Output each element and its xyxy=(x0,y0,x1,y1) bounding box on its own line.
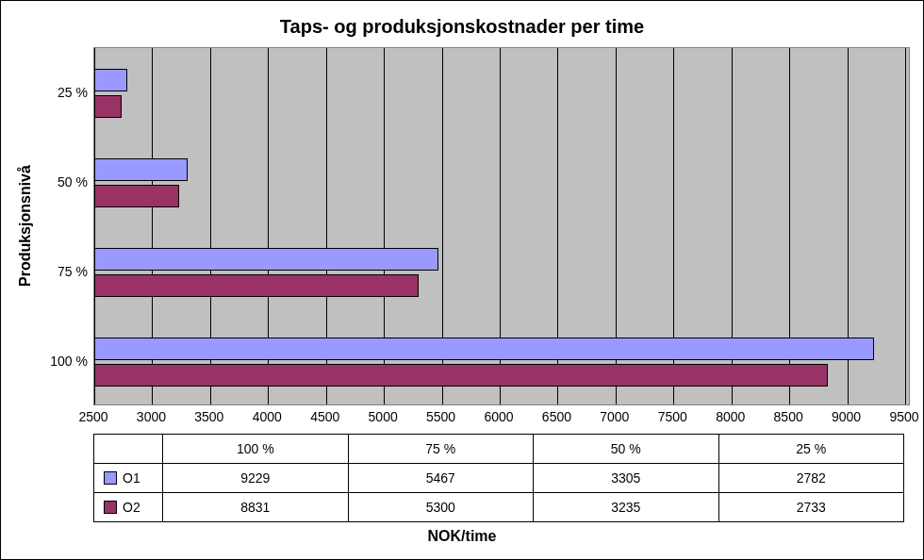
x-axis-ticks: 2500300035004000450050005500600065007000… xyxy=(93,405,904,426)
legend-entry-o1: O1 xyxy=(94,464,163,493)
series-name: O1 xyxy=(123,470,140,486)
y-axis-label: Produksjonsnivå xyxy=(14,47,37,405)
chart-title: Taps- og produksjonskostnader per time xyxy=(14,16,910,38)
swatch-o2-icon xyxy=(104,501,117,514)
table-col-header: 25 % xyxy=(718,435,904,464)
x-tick-label: 2500 xyxy=(78,409,107,424)
y-category-label: 100 % xyxy=(50,354,88,369)
bar-o1 xyxy=(94,338,874,360)
bar-o1 xyxy=(94,69,127,91)
x-tick-label: 7000 xyxy=(600,409,629,424)
y-category-label: 75 % xyxy=(58,264,88,279)
x-tick-label: 4500 xyxy=(310,409,339,424)
table-row: O2 8831 5300 3235 2733 xyxy=(94,493,904,522)
table-col-header: 50 % xyxy=(534,435,719,464)
swatch-o1-icon xyxy=(104,471,117,485)
plot-area xyxy=(93,47,910,405)
table-col-header: 100 % xyxy=(163,435,349,464)
table-corner-cell xyxy=(94,435,163,464)
x-tick-label: 9500 xyxy=(889,409,918,424)
chart-container: Taps- og produksjonskostnader per time P… xyxy=(0,0,924,560)
table-cell: 2733 xyxy=(718,493,904,522)
x-tick-label: 6000 xyxy=(484,409,513,424)
x-tick-label: 4000 xyxy=(253,409,282,424)
bar-o1 xyxy=(94,248,438,271)
x-tick-label: 8500 xyxy=(774,409,803,424)
x-tick-label: 3000 xyxy=(137,409,166,424)
series-name: O2 xyxy=(123,500,140,515)
bar-o2 xyxy=(94,185,179,207)
table-col-header: 75 % xyxy=(348,435,534,464)
x-tick-label: 8000 xyxy=(716,409,745,424)
bar-o2 xyxy=(94,364,828,387)
table-header-row: 100 % 75 % 50 % 25 % xyxy=(94,435,904,464)
table-cell: 5300 xyxy=(348,493,534,522)
x-tick-label: 7500 xyxy=(658,409,687,424)
table-cell: 5467 xyxy=(348,464,534,493)
y-axis-categories: 25 %50 %75 %100 % xyxy=(37,47,93,405)
bar-o2 xyxy=(94,95,122,118)
table-cell: 9229 xyxy=(163,464,349,493)
x-tick-label: 9000 xyxy=(832,409,861,424)
chart-body: Produksjonsnivå 25 %50 %75 %100 % xyxy=(14,47,910,405)
x-axis-label: NOK/time xyxy=(14,528,910,545)
legend-entry-o2: O2 xyxy=(94,493,163,522)
bar-o1 xyxy=(94,158,188,181)
x-tick-label: 5000 xyxy=(369,409,398,424)
x-tick-label: 5500 xyxy=(426,409,455,424)
table-cell: 2782 xyxy=(718,464,904,493)
y-category-label: 25 % xyxy=(58,85,88,100)
table-cell: 3235 xyxy=(534,493,719,522)
x-tick-label: 6500 xyxy=(542,409,571,424)
x-tick-label: 3500 xyxy=(194,409,223,424)
data-table: 100 % 75 % 50 % 25 % O1 9229 5467 3305 2… xyxy=(93,434,904,522)
table-cell: 3305 xyxy=(534,464,719,493)
table-cell: 8831 xyxy=(163,493,349,522)
table-row: O1 9229 5467 3305 2782 xyxy=(94,464,904,493)
y-category-label: 50 % xyxy=(58,174,88,189)
gridline xyxy=(905,48,906,404)
bar-o2 xyxy=(94,274,419,297)
